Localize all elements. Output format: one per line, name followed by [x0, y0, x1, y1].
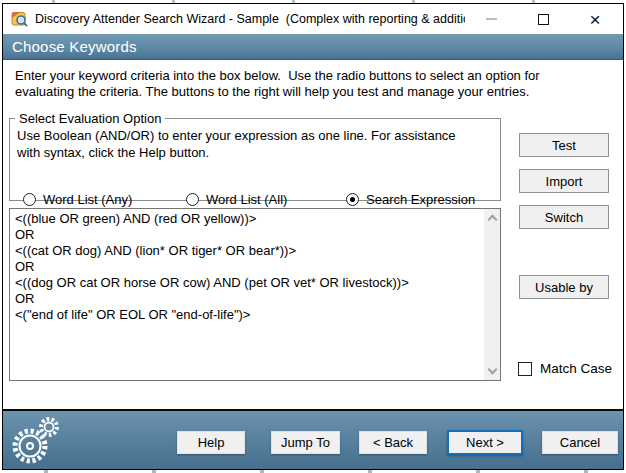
window-controls: ×	[465, 4, 621, 34]
expression-text[interactable]: <((blue OR green) AND (red OR yellow))> …	[10, 209, 484, 380]
cancel-button[interactable]: Cancel	[542, 431, 618, 454]
jump-to-button[interactable]: Jump To	[271, 431, 340, 454]
switch-button[interactable]: Switch	[519, 205, 609, 229]
close-button[interactable]: ×	[569, 4, 621, 34]
radio-label: Search Expression	[366, 192, 475, 207]
dialog-window: Discovery Attender Search Wizard - Sampl…	[2, 3, 624, 470]
titlebar: Discovery Attender Search Wizard - Sampl…	[3, 4, 623, 34]
maximize-button[interactable]	[517, 4, 569, 34]
back-button[interactable]: < Back	[359, 431, 427, 454]
gears-icon	[8, 416, 62, 466]
app-icon	[11, 11, 28, 27]
radio-label: Word List (All)	[206, 192, 287, 207]
next-button[interactable]: Next >	[447, 430, 523, 455]
checkbox-icon	[518, 362, 532, 376]
radio-label: Word List (Any)	[43, 192, 132, 207]
scroll-down-icon[interactable]	[487, 365, 497, 375]
evaluation-groupbox-legend: Select Evaluation Option	[15, 111, 165, 126]
match-case-checkbox[interactable]: Match Case	[518, 361, 612, 376]
evaluation-description: Use Boolean (AND/OR) to enter your expre…	[17, 127, 500, 161]
instructions-text: Enter your keyword criteria into the box…	[15, 68, 540, 100]
help-button[interactable]: Help	[177, 431, 245, 454]
evaluation-groupbox: Select Evaluation Option Use Boolean (AN…	[9, 111, 501, 201]
maximize-icon	[538, 14, 549, 25]
minimize-icon	[486, 18, 497, 20]
close-icon: ×	[589, 10, 600, 29]
radio-icon	[346, 193, 359, 206]
expression-editor[interactable]: <((blue OR green) AND (red OR yellow))> …	[9, 208, 501, 381]
import-button[interactable]: Import	[519, 169, 609, 193]
radio-search-expression[interactable]: Search Expression	[346, 192, 475, 207]
match-case-label: Match Case	[540, 361, 612, 376]
test-button[interactable]: Test	[519, 133, 609, 157]
footer-bar: Help Jump To < Back Next > Cancel	[3, 411, 623, 469]
radio-icon	[186, 193, 199, 206]
radio-icon	[23, 193, 36, 206]
minimize-button[interactable]	[465, 4, 517, 34]
expression-scrollbar[interactable]	[484, 209, 500, 380]
content-area: Enter your keyword criteria into the box…	[3, 60, 623, 411]
usable-by-button[interactable]: Usable by	[519, 275, 609, 299]
radio-word-list-all[interactable]: Word List (All)	[186, 192, 287, 207]
scroll-up-icon[interactable]	[487, 215, 497, 225]
radio-word-list-any[interactable]: Word List (Any)	[23, 192, 132, 207]
window-title: Discovery Attender Search Wizard - Sampl…	[35, 12, 465, 26]
page-title: Choose Keywords	[3, 34, 623, 60]
